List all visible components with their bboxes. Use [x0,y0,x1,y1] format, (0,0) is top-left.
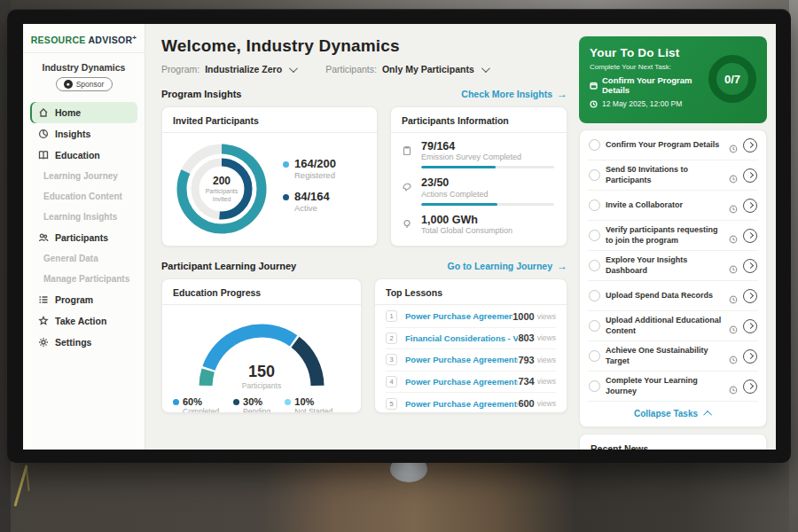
education-progress-card: Education Progress 150 Participants 60% … [161,278,362,413]
task-chevron-button[interactable] [743,259,757,273]
survey-icon [402,140,414,168]
todo-task-row[interactable]: Invite a Collaborator [588,191,758,221]
task-checkbox[interactable] [589,169,600,181]
recent-news-title: Recent News [591,443,755,450]
task-label: Explore Your Insights Dashboard [606,255,724,276]
sidebar-item-general-data[interactable]: General Data [30,248,137,269]
task-chevron-button[interactable] [743,349,757,364]
task-checkbox[interactable] [589,290,600,301]
sidebar-item-education-content[interactable]: Education Content [30,186,137,207]
todo-task-row[interactable]: Confirm Your Program Details [588,130,758,160]
task-checkbox[interactable] [589,260,600,271]
chevron-down-icon [289,64,298,73]
task-checkbox[interactable] [589,320,600,332]
legend-active: 84/164 Active [283,191,336,213]
main-content: Welcome, Industry Dynamics Program: Indu… [145,24,579,450]
sidebar-item-manage-participants[interactable]: Manage Participants [30,269,137,289]
todo-task-list: Confirm Your Program DetailsSend 50 Invi… [579,129,767,427]
app-logo: RESOURCE ADVISOR+ [23,33,145,53]
logo-resource: RESOURCE [31,35,86,45]
bulb-icon [402,214,414,235]
task-chevron-button[interactable] [743,379,757,394]
participants-dropdown[interactable]: Participants: Only My Participants [325,64,488,74]
todo-task-row[interactable]: Upload Additional Educational Content [588,311,758,341]
arrow-right-icon: → [557,261,567,271]
lesson-row[interactable]: 4 Power Purchase Agreements 102 734 view… [386,372,556,394]
legend-dot [283,194,289,200]
sidebar-nav: Home Insights Education Learning Journey… [23,98,145,356]
task-label: Complete Your Learning Journey [606,376,724,396]
rank-badge: 5 [386,398,397,410]
sponsor-label: Sponsor [76,80,105,89]
card-title: Participants Information [391,107,567,133]
task-checkbox[interactable] [589,350,600,362]
monitor-bezel: RESOURCE ADVISOR+ Industry Dynamics ● Sp… [7,9,791,463]
recent-news-card: Recent News [579,434,767,450]
sidebar-item-program[interactable]: Program [30,289,137,310]
collapse-tasks-link[interactable]: Collapse Tasks [588,402,758,426]
task-chevron-button[interactable] [743,168,757,183]
task-chevron-button[interactable] [743,289,757,303]
sidebar-item-participants[interactable]: Participants [30,227,137,248]
lesson-row[interactable]: 3 Power Purchase Agreements 101 793 view… [386,349,556,372]
task-clock-icon [729,352,738,361]
sidebar-item-take-action[interactable]: Take Action [30,310,137,332]
task-label: Confirm Your Program Details [606,140,724,150]
task-checkbox[interactable] [589,230,600,241]
todo-task-row[interactable]: Explore Your Insights Dashboard [588,251,758,281]
sidebar-item-home[interactable]: Home [30,102,137,123]
sidebar-item-learning-insights[interactable]: Learning Insights [30,207,137,227]
go-to-learning-journey-link[interactable]: Go to Learning Journey→ [448,261,567,271]
todo-task-row[interactable]: Upload Spend Data Records [588,281,758,311]
task-chevron-button[interactable] [743,319,757,333]
legend-dot [283,161,289,168]
chevron-down-icon [481,64,490,73]
task-label: Invite a Collaborator [606,200,724,210]
todo-progress-ring: 0/7 [708,55,756,103]
gauge-legend: 60% Completed 30% Pending 10% Not Starte… [162,390,361,413]
insights-icon [37,128,49,139]
stat-emission-survey: 79/164 Emission Survey Completed [402,140,554,168]
emission-progress-bar [421,166,554,168]
task-clock-icon [729,322,738,331]
gauge-center-label: 150 Participants [186,364,337,390]
task-chevron-button[interactable] [743,199,757,213]
gear-icon [37,336,49,348]
sidebar-item-settings[interactable]: Settings [30,332,137,353]
task-clock-icon [729,171,738,180]
participants-information-card: Participants Information 79/164 Emission… [390,106,567,246]
task-checkbox[interactable] [589,380,600,392]
actions-progress-bar [421,203,554,206]
program-dropdown[interactable]: Program: Industrialize Zero [161,64,295,74]
todo-task-row[interactable]: Verify participants requesting to join t… [588,221,758,251]
legend-registered: 164/200 Registered [283,158,336,180]
todo-task-row[interactable]: Send 50 Invitations to Participants [588,160,758,191]
legend-dot [173,399,179,405]
sponsor-badge[interactable]: ● Sponsor [56,77,113,91]
card-title: Invited Participants [162,107,377,133]
sidebar-item-learning-journey[interactable]: Learning Journey [30,166,137,186]
task-chevron-button[interactable] [743,229,757,243]
lesson-row[interactable]: 2 Financial Considerations - VPPAs 803 v… [386,328,556,350]
task-clock-icon [729,141,738,150]
task-label: Achieve One Sustainability Target [606,346,724,366]
task-chevron-button[interactable] [743,138,757,153]
task-label: Verify participants requesting to join t… [606,225,724,246]
arrow-right-icon: → [557,89,567,99]
legend-completed: 60% Completed [173,396,219,413]
todo-task-row[interactable]: Complete Your Learning Journey [588,372,758,402]
todo-task-row[interactable]: Achieve One Sustainability Target [588,341,758,372]
task-checkbox[interactable] [589,200,600,211]
clock-icon [590,100,598,108]
lesson-row[interactable]: 1 Power Purchase Agreements 101 1000 vie… [386,306,556,328]
task-clock-icon [729,201,738,210]
sidebar-item-education[interactable]: Education [30,145,137,166]
top-lessons-card: Top Lessons 1 Power Purchase Agreements … [374,278,567,413]
todo-panel: Your To Do List Complete Your Next Task:… [579,24,776,450]
check-more-insights-link[interactable]: Check More Insights→ [461,89,567,99]
task-checkbox[interactable] [589,139,600,151]
dashboard-screen: RESOURCE ADVISOR+ Industry Dynamics ● Sp… [23,24,776,450]
list-icon [37,293,49,305]
lesson-row[interactable]: 5 Power Purchase Agreements 103 600 view… [386,393,556,413]
sidebar-item-insights[interactable]: Insights [30,123,137,145]
